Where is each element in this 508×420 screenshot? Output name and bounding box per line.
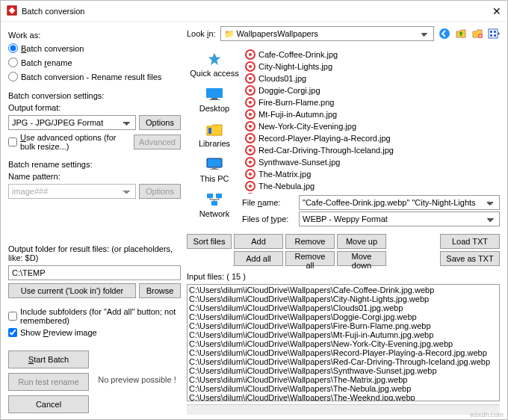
file-item[interactable]: New-York-City-Evening.jpg [245,120,497,132]
file-item[interactable]: Red-Car-Driving-Through-Iceland.jpg [245,144,497,156]
input-file-path[interactable]: C:\Users\dilum\iCloudDrive\Wallpapers\Cl… [189,303,498,312]
run-test-rename-button: Run test rename [8,373,89,391]
horizontal-scrollbar[interactable] [187,404,500,415]
radio-batch-rename[interactable]: Batch rename [8,58,181,67]
input-file-path[interactable]: C:\Users\dilum\iCloudDrive\Wallpapers\Re… [189,348,498,357]
sidebar-quick-access[interactable]: Quick access [190,50,238,78]
file-item[interactable]: The-Matrix.jpg [245,168,497,180]
radio-batch-both-input[interactable] [8,72,18,81]
include-subfolders-label: Include subfolders (for "Add all" button… [20,307,181,325]
input-file-path[interactable]: C:\Users\dilum\iCloudDrive\Wallpapers\Th… [189,384,498,393]
move-up-button[interactable]: Move up [337,234,386,249]
svg-rect-3 [489,29,498,38]
network-icon [204,191,225,209]
view-menu-icon[interactable] [488,28,500,40]
advanced-options-checkbox-input[interactable] [8,138,17,146]
svg-point-23 [249,77,252,80]
svg-point-33 [249,137,252,140]
file-item[interactable]: The-Weeknd.jpg [245,192,497,194]
file-item[interactable]: Doggie-Corgi.jpg [245,84,497,96]
input-file-path[interactable]: C:\Users\dilum\iCloudDrive\Wallpapers\Sy… [189,366,498,375]
input-file-path[interactable]: C:\Users\dilum\iCloudDrive\Wallpapers\Fi… [189,321,498,330]
input-file-path[interactable]: C:\Users\dilum\iCloudDrive\Wallpapers\Ne… [189,339,498,348]
back-icon[interactable] [439,28,450,40]
save-txt-button[interactable]: Save as TXT [440,251,500,266]
sidebar-desktop-label: Desktop [199,104,229,113]
file-item[interactable]: Record-Player-Playing-a-Record.jpg [245,132,497,144]
libraries-icon [204,120,225,138]
radio-batch-rename-label: Batch rename [21,58,72,67]
input-file-path[interactable]: C:\Users\dilum\iCloudDrive\Wallpapers\Th… [189,375,498,384]
webp-file-icon [245,97,255,108]
radio-batch-conversion-input[interactable] [8,43,18,53]
sort-files-button[interactable]: Sort files [187,234,232,249]
input-file-path[interactable]: C:\Users\dilum\iCloudDrive\Wallpapers\Mt… [189,330,498,339]
sidebar-libraries[interactable]: Libraries [199,120,230,148]
radio-batch-rename-input[interactable] [8,58,18,67]
svg-point-37 [249,161,252,164]
remove-button[interactable]: Remove [285,234,335,249]
advanced-button: Advanced [134,135,181,149]
browse-button[interactable]: Browse [139,283,181,298]
remove-all-button[interactable]: Remove all [285,251,335,266]
file-item[interactable]: Fire-Burn-Flame.png [245,96,497,108]
no-preview-text: No preview possible ! [98,375,176,384]
desktop-icon [204,85,225,103]
svg-rect-15 [207,194,213,198]
rename-settings-label: Batch rename settings: [8,160,181,169]
svg-rect-8 [206,88,223,98]
input-files-list[interactable]: C:\Users\dilum\iCloudDrive\Wallpapers\Ca… [187,284,500,401]
file-item[interactable]: City-Night-Lights.jpg [245,61,497,72]
use-current-folder-button[interactable]: Use current ('Look in') folder [8,283,136,298]
file-type-select[interactable]: WEBP - Weppy Format [299,211,500,226]
right-panel: Look in: 📁 WallpapersWallpapers Quick ac… [187,22,507,419]
file-item[interactable]: Clouds01.jpg [245,72,497,84]
rename-options-button: Options [139,184,181,199]
output-folder-input[interactable] [8,265,181,280]
load-txt-button[interactable]: Load TXT [440,234,500,249]
input-file-path[interactable]: C:\Users\dilum\iCloudDrive\Wallpapers\Ca… [189,285,498,294]
input-file-path[interactable]: C:\Users\dilum\iCloudDrive\Wallpapers\Th… [189,393,498,401]
webp-file-icon [245,133,255,143]
file-name-input[interactable]: "Cafe-Coffee-Drink.jpg.webp" "City-Night… [299,195,500,210]
input-file-path[interactable]: C:\Users\dilum\iCloudDrive\Wallpapers\Do… [189,312,498,321]
add-all-button[interactable]: Add all [234,251,283,266]
input-file-path[interactable]: C:\Users\dilum\iCloudDrive\Wallpapers\Ci… [189,294,498,303]
move-down-button[interactable]: Move down [337,251,386,266]
sidebar-network[interactable]: Network [199,191,229,218]
lookin-select[interactable]: 📁 WallpapersWallpapers [220,26,434,41]
sidebar-this-pc[interactable]: This PC [199,155,229,183]
include-subfolders-input[interactable] [8,312,17,321]
webp-file-icon [245,181,255,191]
svg-rect-9 [211,98,217,99]
radio-batch-both[interactable]: Batch conversion - Rename result files [8,72,181,81]
input-file-path[interactable]: C:\Users\dilum\iCloudDrive\Wallpapers\Re… [189,357,498,366]
advanced-options-checkbox[interactable]: Use advanced options (for bulk resize...… [8,133,131,151]
cancel-button[interactable]: Cancel [8,395,89,413]
webp-file-icon [245,121,255,132]
show-preview-checkbox[interactable]: Show Preview image [8,328,181,337]
radio-batch-conversion[interactable]: BBatch conversionatch conversion [8,43,181,53]
svg-rect-16 [216,194,222,198]
svg-point-21 [249,65,252,68]
new-folder-icon[interactable] [471,28,483,40]
file-item[interactable]: Synthwave-Sunset.jpg [245,156,497,168]
close-button[interactable]: ✕ [492,5,501,17]
file-item[interactable]: Cafe-Coffee-Drink.jpg [245,49,497,61]
webp-file-icon [245,85,255,96]
window-title: Batch conversion [22,7,84,16]
sidebar-desktop[interactable]: Desktop [199,85,229,113]
output-format-select[interactable]: JPG - JPG/JPEG Format [8,115,136,130]
file-list[interactable]: Cafe-Coffee-Drink.jpgCity-Night-Lights.j… [242,47,500,194]
webp-file-icon [245,169,255,179]
file-item[interactable]: Mt-Fuji-in-Autumn.jpg [245,108,497,120]
file-item-label: Red-Car-Driving-Through-Iceland.jpg [258,146,394,155]
format-options-button[interactable]: Options [139,115,181,130]
show-preview-input[interactable] [8,328,17,337]
start-batch-button[interactable]: Start Batch [8,350,89,368]
svg-rect-10 [209,99,220,100]
add-button[interactable]: Add [234,234,283,249]
include-subfolders-checkbox[interactable]: Include subfolders (for "Add all" button… [8,307,181,325]
file-item[interactable]: The-Nebula.jpg [245,180,497,192]
up-folder-icon[interactable] [455,28,467,40]
